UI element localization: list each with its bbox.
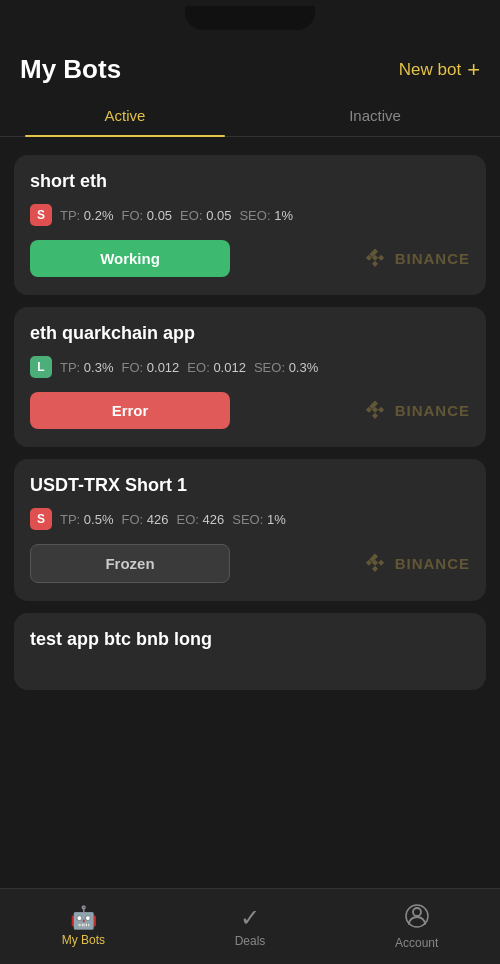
exchange-logo-3: BINANCE xyxy=(361,550,470,578)
svg-point-0 xyxy=(413,908,421,916)
param-eo-label-3: EO: 426 xyxy=(177,512,225,527)
tabs-container: Active Inactive xyxy=(0,95,500,137)
exchange-name-2: BINANCE xyxy=(395,402,470,419)
bot-footer-1: Working BINANCE xyxy=(30,240,470,277)
strategy-badge-1: S xyxy=(30,204,52,226)
header: My Bots New bot + xyxy=(0,40,500,95)
cards-area: short eth S TP: 0.2% FO: 0.05 EO: 0.05 S… xyxy=(0,147,500,698)
nav-deals-label: Deals xyxy=(235,934,266,948)
bot-footer-3: Frozen BINANCE xyxy=(30,544,470,583)
param-fo-label-1: FO: 0.05 xyxy=(122,208,173,223)
exchange-logo-2: BINANCE xyxy=(361,397,470,425)
tab-inactive[interactable]: Inactive xyxy=(250,95,500,136)
param-tp-label-3: TP: 0.5% xyxy=(60,512,114,527)
bot-name-4: test app btc bnb long xyxy=(30,629,470,650)
bot-card-3[interactable]: USDT-TRX Short 1 S TP: 0.5% FO: 426 EO: … xyxy=(14,459,486,601)
bot-params-3: S TP: 0.5% FO: 426 EO: 426 SEO: 1% xyxy=(30,508,470,530)
param-seo-label-3: SEO: 1% xyxy=(232,512,286,527)
bot-footer-2: Error BINANCE xyxy=(30,392,470,429)
bot-name-1: short eth xyxy=(30,171,470,192)
bot-params-1: S TP: 0.2% FO: 0.05 EO: 0.05 SEO: 1% xyxy=(30,204,470,226)
param-seo-label-1: SEO: 1% xyxy=(239,208,293,223)
bot-card-1[interactable]: short eth S TP: 0.2% FO: 0.05 EO: 0.05 S… xyxy=(14,155,486,295)
nav-account-label: Account xyxy=(395,936,438,950)
new-bot-label: New bot xyxy=(399,60,461,80)
nav-deals[interactable]: ✓ Deals xyxy=(167,898,334,956)
nav-account[interactable]: Account xyxy=(333,896,500,958)
bot-params-2: L TP: 0.3% FO: 0.012 EO: 0.012 SEO: 0.3% xyxy=(30,356,470,378)
exchange-name-1: BINANCE xyxy=(395,250,470,267)
deals-icon: ✓ xyxy=(240,906,260,930)
param-tp-label-1: TP: 0.2% xyxy=(60,208,114,223)
nav-mybots[interactable]: 🤖 My Bots xyxy=(0,899,167,955)
bottom-nav: 🤖 My Bots ✓ Deals Account xyxy=(0,888,500,964)
param-seo-label-2: SEO: 0.3% xyxy=(254,360,318,375)
binance-icon-3 xyxy=(361,550,389,578)
bot-name-3: USDT-TRX Short 1 xyxy=(30,475,470,496)
param-tp-label-2: TP: 0.3% xyxy=(60,360,114,375)
notch xyxy=(185,6,315,30)
param-eo-label-2: EO: 0.012 xyxy=(187,360,246,375)
status-button-3[interactable]: Frozen xyxy=(30,544,230,583)
bot-name-2: eth quarkchain app xyxy=(30,323,470,344)
exchange-logo-1: BINANCE xyxy=(361,245,470,273)
param-fo-label-3: FO: 426 xyxy=(122,512,169,527)
nav-mybots-label: My Bots xyxy=(62,933,105,947)
binance-icon-2 xyxy=(361,397,389,425)
exchange-name-3: BINANCE xyxy=(395,555,470,572)
mybots-icon: 🤖 xyxy=(70,907,97,929)
new-bot-button[interactable]: New bot + xyxy=(399,57,480,83)
param-eo-label-1: EO: 0.05 xyxy=(180,208,231,223)
account-icon xyxy=(405,904,429,932)
bot-card-4[interactable]: test app btc bnb long xyxy=(14,613,486,690)
page-title: My Bots xyxy=(20,54,121,85)
strategy-badge-2: L xyxy=(30,356,52,378)
notch-area xyxy=(0,0,500,40)
status-button-1[interactable]: Working xyxy=(30,240,230,277)
status-button-2[interactable]: Error xyxy=(30,392,230,429)
plus-icon: + xyxy=(467,57,480,83)
strategy-badge-3: S xyxy=(30,508,52,530)
binance-icon-1 xyxy=(361,245,389,273)
tab-active[interactable]: Active xyxy=(0,95,250,136)
bot-card-2[interactable]: eth quarkchain app L TP: 0.3% FO: 0.012 … xyxy=(14,307,486,447)
param-fo-label-2: FO: 0.012 xyxy=(122,360,180,375)
